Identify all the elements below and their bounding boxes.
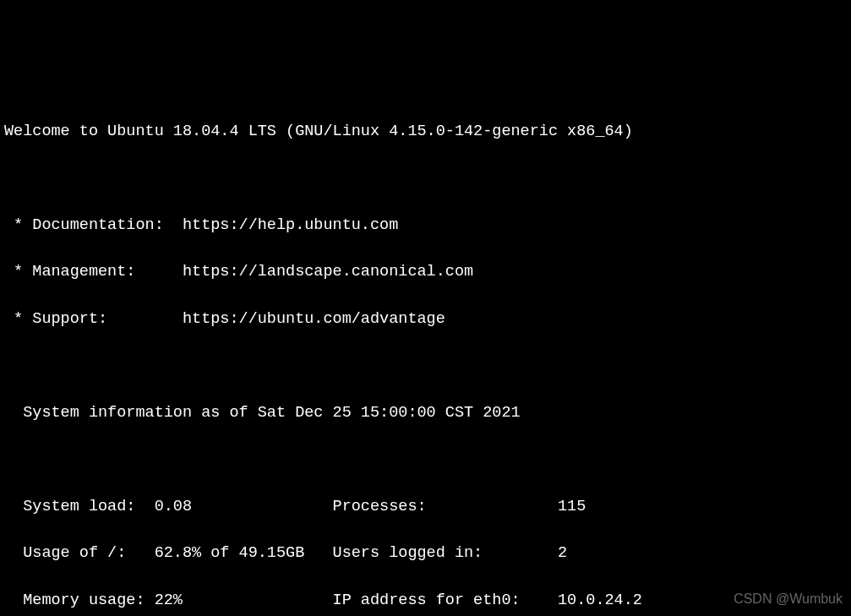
welcome-line: Welcome to Ubuntu 18.04.4 LTS (GNU/Linux… — [4, 120, 847, 144]
blank-line — [4, 166, 847, 190]
sysinfo-header: System information as of Sat Dec 25 15:0… — [4, 401, 847, 425]
terminal-output[interactable]: Welcome to Ubuntu 18.04.4 LTS (GNU/Linux… — [0, 94, 851, 616]
watermark-text: CSDN @Wumbuk — [734, 589, 843, 609]
blank-line — [4, 448, 847, 472]
link-documentation: * Documentation: https://help.ubuntu.com — [4, 214, 847, 237]
blank-line — [4, 354, 847, 378]
link-management: * Management: https://landscape.canonica… — [4, 260, 847, 284]
sysinfo-row-load: System load: 0.08 Processes: 115 — [4, 495, 847, 519]
sysinfo-row-memory: Memory usage: 22% IP address for eth0: 1… — [4, 589, 847, 613]
sysinfo-row-usage: Usage of /: 62.8% of 49.15GB Users logge… — [4, 542, 847, 565]
link-support: * Support: https://ubuntu.com/advantage — [4, 308, 847, 331]
